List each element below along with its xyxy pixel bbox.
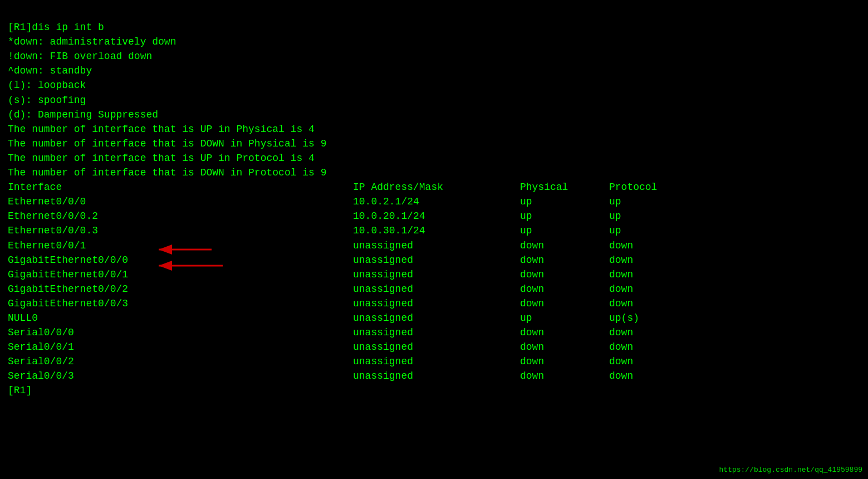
col-header-protocol: Protocol — [609, 180, 698, 194]
table-row: Ethernet0/0/010.0.2.1/24upup — [8, 194, 860, 209]
cell-ip: unassigned — [353, 354, 520, 369]
cell-interface: Serial0/0/2 — [8, 354, 353, 369]
col-header-ip: IP Address/Mask — [353, 180, 520, 194]
cell-interface: GigabitEthernet0/0/1 — [8, 267, 353, 282]
cell-interface: GigabitEthernet0/0/3 — [8, 296, 353, 311]
cell-protocol: down — [609, 253, 698, 267]
table-header-row: InterfaceIP Address/MaskPhysicalProtocol — [8, 180, 860, 194]
cell-ip: unassigned — [353, 369, 520, 383]
table-row: GigabitEthernet0/0/1unassigneddowndown — [8, 267, 860, 282]
cell-physical: down — [520, 282, 609, 296]
table-row: Ethernet0/0/0.310.0.30.1/24upup — [8, 223, 860, 238]
cell-interface: Serial0/0/3 — [8, 369, 353, 383]
cell-ip: unassigned — [353, 253, 520, 267]
cell-physical: up — [520, 311, 609, 325]
cell-protocol: down — [609, 296, 698, 311]
cell-protocol: up(s) — [609, 311, 698, 325]
terminal-line: ^down: standby — [8, 63, 860, 78]
table-row: Serial0/0/1unassigneddowndown — [8, 340, 860, 354]
cell-protocol: down — [609, 238, 698, 253]
cell-protocol: down — [609, 267, 698, 282]
cell-physical: down — [520, 267, 609, 282]
col-header-physical: Physical — [520, 180, 609, 194]
terminal-line: The number of interface that is UP in Pr… — [8, 151, 860, 165]
terminal-line: !down: FIB overload down — [8, 49, 860, 63]
cell-interface: Ethernet0/0/1 — [8, 238, 353, 253]
terminal-line: (s): spoofing — [8, 93, 860, 107]
terminal-line: The number of interface that is DOWN in … — [8, 136, 860, 151]
cell-interface: Serial0/0/1 — [8, 340, 353, 354]
table-row: Ethernet0/0/1unassigneddowndown — [8, 238, 860, 253]
cell-physical: down — [520, 296, 609, 311]
cell-protocol: down — [609, 354, 698, 369]
table-row: Serial0/0/0unassigneddowndown — [8, 325, 860, 340]
terminal-output: [R1]dis ip int b*down: administratively … — [8, 6, 860, 398]
cell-interface: Ethernet0/0/0.3 — [8, 223, 353, 238]
table-row: GigabitEthernet0/0/2unassigneddowndown — [8, 282, 860, 296]
cell-protocol: down — [609, 325, 698, 340]
cell-interface: Serial0/0/0 — [8, 325, 353, 340]
cell-protocol: up — [609, 194, 698, 209]
cell-physical: up — [520, 223, 609, 238]
table-row: GigabitEthernet0/0/3unassigneddowndown — [8, 296, 860, 311]
terminal-line: [R1]dis ip int b — [8, 20, 860, 35]
watermark: https://blog.csdn.net/qq_41959899 — [719, 465, 862, 476]
table-row: Serial0/0/2unassigneddowndown — [8, 354, 860, 369]
terminal-line: The number of interface that is DOWN in … — [8, 165, 860, 180]
cell-physical: down — [520, 325, 609, 340]
cell-ip: unassigned — [353, 267, 520, 282]
cell-ip: unassigned — [353, 282, 520, 296]
cell-physical: up — [520, 194, 609, 209]
cell-interface: GigabitEthernet0/0/2 — [8, 282, 353, 296]
col-header-interface: Interface — [8, 180, 353, 194]
cell-physical: up — [520, 209, 609, 223]
terminal-line: (l): loopback — [8, 78, 860, 92]
cell-ip: 10.0.2.1/24 — [353, 194, 520, 209]
cell-protocol: up — [609, 209, 698, 223]
terminal-prompt: [R1] — [8, 383, 860, 398]
cell-ip: 10.0.20.1/24 — [353, 209, 520, 223]
interface-table: InterfaceIP Address/MaskPhysicalProtocol… — [8, 180, 860, 383]
cell-ip: unassigned — [353, 340, 520, 354]
cell-ip: unassigned — [353, 325, 520, 340]
table-row: Ethernet0/0/0.210.0.20.1/24upup — [8, 209, 860, 223]
terminal-line: (d): Dampening Suppressed — [8, 107, 860, 122]
cell-protocol: down — [609, 282, 698, 296]
table-row: GigabitEthernet0/0/0unassigneddowndown — [8, 253, 860, 267]
cell-interface: NULL0 — [8, 311, 353, 325]
table-row: NULL0unassignedupup(s) — [8, 311, 860, 325]
terminal-line: The number of interface that is UP in Ph… — [8, 122, 860, 136]
cell-interface: Ethernet0/0/0.2 — [8, 209, 353, 223]
cell-physical: down — [520, 238, 609, 253]
cell-ip: unassigned — [353, 238, 520, 253]
cell-interface: Ethernet0/0/0 — [8, 194, 353, 209]
cell-physical: down — [520, 340, 609, 354]
cell-ip: unassigned — [353, 296, 520, 311]
cell-physical: down — [520, 369, 609, 383]
cell-ip: 10.0.30.1/24 — [353, 223, 520, 238]
cell-protocol: down — [609, 369, 698, 383]
cell-interface: GigabitEthernet0/0/0 — [8, 253, 353, 267]
cell-physical: down — [520, 354, 609, 369]
cell-ip: unassigned — [353, 311, 520, 325]
cell-protocol: down — [609, 340, 698, 354]
terminal-line: *down: administratively down — [8, 35, 860, 49]
table-row: Serial0/0/3unassigneddowndown — [8, 369, 860, 383]
cell-physical: down — [520, 253, 609, 267]
cell-protocol: up — [609, 223, 698, 238]
